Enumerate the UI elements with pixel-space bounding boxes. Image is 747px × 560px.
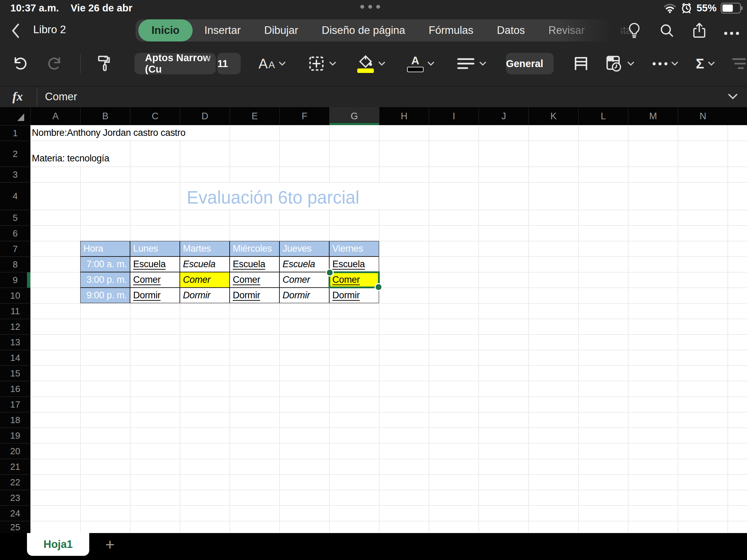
borders-button[interactable] xyxy=(307,55,336,73)
row-header-20[interactable]: 20 xyxy=(0,443,30,459)
schedule-header-miércoles[interactable]: Miércoles xyxy=(230,241,279,256)
format-as-table-button[interactable] xyxy=(604,54,635,73)
row-header-22[interactable]: 22 xyxy=(0,474,30,490)
sort-filter-icon[interactable] xyxy=(730,57,747,71)
schedule-cell[interactable]: Dormir xyxy=(279,288,329,303)
add-sheet-button[interactable]: + xyxy=(100,534,120,555)
column-header-g[interactable]: G xyxy=(329,107,379,125)
selected-cell-outline[interactable] xyxy=(329,271,380,288)
schedule-time-cell[interactable]: 7:00 a. m. xyxy=(80,256,130,272)
tab-dibujar[interactable]: Dibujar xyxy=(252,19,310,41)
undo-button[interactable] xyxy=(11,55,28,72)
schedule-cell[interactable]: Dormir xyxy=(130,288,180,303)
font-color-button[interactable]: A xyxy=(407,55,435,72)
row-header-19[interactable]: 19 xyxy=(0,428,30,443)
schedule-cell[interactable]: Escuela xyxy=(329,256,379,272)
font-size-button[interactable]: 11 xyxy=(217,53,240,74)
schedule-cell[interactable]: Escuela xyxy=(180,256,230,272)
schedule-header-viernes[interactable]: Viernes xyxy=(329,241,379,256)
column-header-b[interactable]: B xyxy=(80,107,130,125)
lightbulb-icon[interactable] xyxy=(627,22,642,39)
row-header-21[interactable]: 21 xyxy=(0,459,30,474)
column-header-d[interactable]: D xyxy=(180,107,230,125)
autosum-button[interactable]: Σ xyxy=(696,56,715,72)
row-header-7[interactable]: 7 xyxy=(0,241,30,256)
schedule-cell[interactable]: Escuela xyxy=(230,256,279,272)
number-format-button[interactable]: General xyxy=(506,53,554,74)
worksheet-title-text[interactable]: Evaluación 6to parcial xyxy=(187,182,359,210)
schedule-cell[interactable]: Dormir xyxy=(329,288,379,303)
schedule-cell[interactable]: Comer xyxy=(279,272,329,288)
schedule-cell[interactable]: Comer xyxy=(130,272,180,288)
schedule-cell[interactable]: Comer xyxy=(230,272,279,288)
share-icon[interactable] xyxy=(692,22,707,39)
column-header-k[interactable]: K xyxy=(528,107,578,125)
tab-insertar[interactable]: Insertar xyxy=(193,19,252,41)
tab-diseno-de-pagina[interactable]: Diseño de página xyxy=(310,19,417,41)
column-header-l[interactable]: L xyxy=(578,107,628,125)
schedule-header-jueves[interactable]: Jueves xyxy=(279,241,329,256)
column-header-c[interactable]: C xyxy=(130,107,180,125)
column-header-j[interactable]: J xyxy=(479,107,528,125)
row-header-12[interactable]: 12 xyxy=(0,319,30,334)
column-header-i[interactable]: I xyxy=(429,107,479,125)
row-header-2[interactable]: 2 xyxy=(0,141,30,167)
schedule-time-cell[interactable]: 9:00 p. m. xyxy=(80,288,130,303)
formula-value[interactable]: Comer xyxy=(45,91,77,103)
schedule-cell[interactable]: Dormir xyxy=(180,288,230,303)
row-header-15[interactable]: 15 xyxy=(0,365,30,381)
tab-formulas[interactable]: Fórmulas xyxy=(417,19,485,41)
select-all-button[interactable] xyxy=(0,107,30,125)
row-header-8[interactable]: 8 xyxy=(0,256,30,272)
row-header-5[interactable]: 5 xyxy=(0,210,30,225)
row-header-11[interactable]: 11 xyxy=(0,303,30,319)
row-header-9[interactable]: 9 xyxy=(0,272,30,288)
tab-datos[interactable]: Datos xyxy=(485,19,537,41)
workbook-title[interactable]: Libro 2 xyxy=(33,24,66,36)
sheet-tab-hoja1[interactable]: Hoja1 xyxy=(27,533,89,556)
selection-handle-top-left[interactable] xyxy=(326,269,334,277)
schedule-header-hora[interactable]: Hora xyxy=(80,241,130,256)
redo-button[interactable] xyxy=(47,55,64,72)
row-header-17[interactable]: 17 xyxy=(0,396,30,412)
row-header-3[interactable]: 3 xyxy=(0,167,30,182)
cell-a1-text[interactable]: Nombre:Anthony Jordan castro castro xyxy=(32,125,185,141)
search-icon[interactable] xyxy=(659,23,674,38)
alignment-button[interactable] xyxy=(456,57,487,71)
cell-styles-button[interactable] xyxy=(572,54,590,73)
formula-bar[interactable]: fx Comer xyxy=(0,86,747,108)
row-header-4[interactable]: 4 xyxy=(0,182,30,210)
column-header-f[interactable]: F xyxy=(279,107,329,125)
row-header-1[interactable]: 1 xyxy=(0,125,30,141)
column-header-e[interactable]: E xyxy=(230,107,279,125)
row-header-13[interactable]: 13 xyxy=(0,334,30,350)
schedule-cell[interactable]: Escuela xyxy=(279,256,329,272)
more-formatting-button[interactable] xyxy=(653,61,679,66)
schedule-cell[interactable]: Escuela xyxy=(130,256,180,272)
column-header-a[interactable]: A xyxy=(30,107,80,125)
row-header-14[interactable]: 14 xyxy=(0,350,30,365)
row-header-6[interactable]: 6 xyxy=(0,225,30,241)
row-header-16[interactable]: 16 xyxy=(0,381,30,396)
schedule-cell[interactable]: Dormir xyxy=(230,288,279,303)
multitasking-dots-icon[interactable] xyxy=(360,5,380,9)
schedule-cell[interactable]: Comer xyxy=(180,272,230,288)
row-header-25[interactable]: 25 xyxy=(0,521,30,533)
font-format-button[interactable]: AA xyxy=(259,58,286,69)
schedule-header-lunes[interactable]: Lunes xyxy=(130,241,180,256)
column-header-h[interactable]: H xyxy=(379,107,429,125)
schedule-time-cell[interactable]: 3:00 p. m. xyxy=(80,272,130,288)
row-header-23[interactable]: 23 xyxy=(0,490,30,505)
formula-expand-chevron[interactable] xyxy=(728,93,738,100)
font-name-button[interactable]: Aptos Narrow (Cu xyxy=(135,53,216,74)
cell-a2-text[interactable]: Materia: tecnología xyxy=(32,141,109,167)
column-header-n[interactable]: N xyxy=(678,107,728,125)
fill-color-button[interactable] xyxy=(357,55,386,73)
row-header-24[interactable]: 24 xyxy=(0,505,30,521)
more-icon[interactable] xyxy=(724,32,739,35)
selection-handle-bottom-right[interactable] xyxy=(375,283,382,291)
row-header-10[interactable]: 10 xyxy=(0,288,30,303)
back-button[interactable] xyxy=(10,23,21,39)
schedule-header-martes[interactable]: Martes xyxy=(180,241,230,256)
row-header-18[interactable]: 18 xyxy=(0,412,30,428)
